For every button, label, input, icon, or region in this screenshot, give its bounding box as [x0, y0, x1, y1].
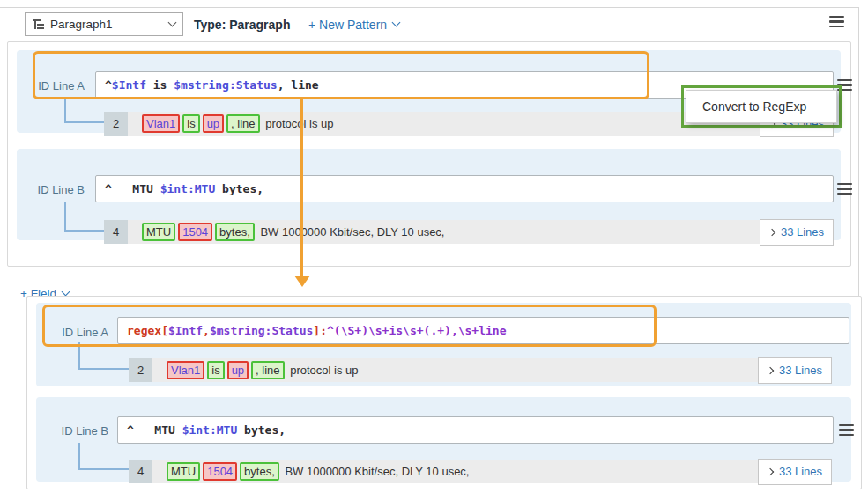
pattern-text: ^: [105, 78, 112, 92]
pattern-text: , line: [278, 78, 319, 92]
pattern-variable: $Intf: [112, 78, 146, 92]
context-menu: Convert to RegExp: [686, 90, 837, 123]
connector-line: [78, 443, 129, 470]
pattern-variable: $mstring:Status: [174, 78, 277, 92]
header-divider: [0, 7, 858, 8]
line-number: 4: [129, 460, 152, 483]
pattern-text: ^ MTU: [127, 423, 182, 437]
lines-count-button[interactable]: 33 Lines: [760, 219, 834, 246]
pattern-text: is: [146, 78, 174, 92]
id-line-b-group: ID Line B ^ MTU $int:MTU bytes, 4 MTU150…: [17, 149, 841, 240]
literal-token: is: [207, 361, 224, 379]
pattern-tree-icon: [33, 18, 44, 30]
chevron-right-icon: [768, 228, 775, 235]
regex-body: ^(\S+)\s+is\s+(.+),\s+line: [327, 324, 507, 337]
new-pattern-label: + New Pattern: [308, 18, 387, 32]
convert-to-regexp-item[interactable]: Convert to RegExp: [686, 99, 836, 114]
regex-punct: ,: [203, 324, 210, 337]
line-b-menu-button[interactable]: [837, 183, 852, 195]
chevron-down-icon: [168, 18, 177, 27]
literal-token: bytes,: [215, 223, 255, 241]
lines-count-label: 33 Lines: [781, 225, 824, 239]
sample-rest-text: BW 1000000 Kbit/sec, DLY 10 usec,: [257, 225, 445, 239]
header-menu-button[interactable]: [829, 16, 844, 27]
captured-token: up: [203, 114, 224, 133]
id-line-b-label: ID Line B: [30, 183, 85, 196]
captured-token: Vlan1: [142, 114, 180, 133]
sample-row-4: 4 MTU1504bytes, BW 1000000 Kbit/sec, DLY…: [129, 460, 832, 483]
sample-row-4: 4 MTU1504bytes, BW 1000000 Kbit/sec, DLY…: [104, 220, 834, 244]
id-line-b-group: ID Line B ^ MTU $int:MTU bytes, 4 MTU150…: [36, 397, 851, 482]
pattern-editor-panel-bottom: ID Line A regex[$Intf,$mstring:Status]:^…: [26, 296, 862, 489]
id-line-a-regex-input[interactable]: regex[$Intf,$mstring:Status]:^(\S+)\s+is…: [117, 317, 849, 344]
lines-count-button[interactable]: 33 Lines: [758, 357, 832, 384]
regex-punct: [: [161, 324, 168, 337]
connector-line: [64, 98, 104, 123]
id-line-a-group-regex: ID Line A regex[$Intf,$mstring:Status]:^…: [36, 303, 851, 386]
matched-tokens: Vlan1isup, line protocol is up: [142, 114, 334, 133]
captured-token: 1504: [203, 462, 237, 481]
chevron-down-icon: [61, 288, 70, 297]
captured-token: Vlan1: [167, 361, 204, 379]
regex-variable: $Intf: [168, 324, 203, 337]
connector-line: [64, 202, 104, 232]
lines-count-button[interactable]: 33 Lines: [758, 459, 832, 485]
id-line-b-input[interactable]: ^ MTU $int:MTU bytes,: [117, 416, 834, 444]
arrow-head-icon: [294, 276, 310, 287]
literal-token: MTU: [142, 223, 175, 241]
id-line-b-input[interactable]: ^ MTU $int:MTU bytes,: [95, 175, 834, 202]
type-label: Type: Paragraph: [194, 12, 290, 36]
chevron-right-icon: [767, 366, 774, 373]
captured-token: 1504: [178, 223, 212, 241]
matched-tokens: MTU1504bytes, BW 1000000 Kbit/sec, DLY 1…: [142, 223, 444, 241]
matched-tokens: Vlan1isup, line protocol is up: [167, 361, 359, 379]
id-line-a-label: ID Line A: [54, 326, 108, 339]
lines-count-label: 33 Lines: [779, 364, 822, 377]
regex-variable: $mstring:Status: [210, 324, 313, 337]
pattern-variable: $int:MTU: [182, 423, 238, 437]
line-number: 2: [129, 358, 152, 382]
pattern-variable: $int:MTU: [160, 182, 216, 195]
literal-token: , line: [226, 114, 259, 133]
connector-line: [78, 342, 129, 370]
chevron-right-icon: [767, 467, 774, 475]
pattern-text: bytes,: [215, 182, 263, 195]
highlight-box-menu: Convert to RegExp: [681, 85, 842, 128]
line-number: 4: [104, 220, 128, 244]
literal-token: , line: [251, 361, 284, 379]
pattern-selector[interactable]: Paragraph1: [25, 12, 183, 36]
matched-tokens: MTU1504bytes, BW 1000000 Kbit/sec, DLY 1…: [167, 462, 469, 481]
sample-rest-text: BW 1000000 Kbit/sec, DLY 10 usec,: [282, 465, 470, 478]
sample-rest-text: protocol is up: [263, 117, 334, 130]
pattern-selector-value: Paragraph1: [50, 18, 169, 31]
sample-rest-text: protocol is up: [287, 364, 359, 377]
pattern-text: ^ MTU: [105, 182, 160, 195]
pattern-editor-panel-top: ID Line A ^$Intf is $mstring:Status, lin…: [7, 41, 851, 267]
literal-token: is: [182, 114, 199, 133]
lines-count-label: 33 Lines: [779, 465, 822, 478]
regex-keyword: regex: [127, 324, 161, 337]
literal-token: MTU: [167, 462, 200, 481]
pattern-text: bytes,: [237, 423, 286, 437]
regex-punct: ]: [313, 324, 320, 337]
line-b-menu-button[interactable]: [839, 424, 854, 436]
line-number: 2: [104, 112, 128, 136]
chevron-down-icon: [392, 18, 401, 27]
id-line-a-label: ID Line A: [30, 79, 85, 92]
regex-punct: :: [320, 324, 327, 337]
id-line-b-label: ID Line B: [54, 424, 108, 438]
captured-token: up: [227, 361, 249, 379]
sample-row-2: 2 Vlan1isup, line protocol is up 33 Line…: [129, 358, 832, 382]
literal-token: bytes,: [240, 462, 279, 481]
new-pattern-button[interactable]: + New Pattern: [308, 12, 399, 36]
